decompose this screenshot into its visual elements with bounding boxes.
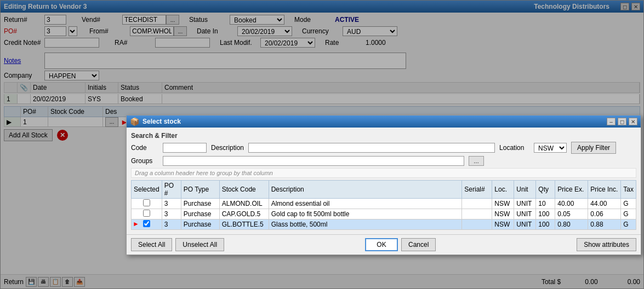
table-row: 3 Purchase CAP.GOLD.5 Gold cap to fit 50… [132,209,636,219]
table-header: Selected PO # PO Type Stock Code Descrip… [132,181,636,199]
modal-body: Search & Filter Code Description Locatio… [127,128,641,234]
modal-title: 📦 Select stock [130,117,181,126]
row3-po: 3 [162,219,181,230]
modal-restore-btn[interactable]: ◻ [618,118,626,125]
apply-filter-btn[interactable]: Apply Filter [571,142,616,154]
unselect-all-btn[interactable]: Unselect All [175,238,224,251]
row2-serial [462,209,492,219]
th-qty: Qty [536,181,555,199]
row3-priceinc: 0.88 [588,219,621,230]
row1-unit: UNIT [514,199,536,209]
row1-loc: NSW [492,199,514,209]
filter-section: Search & Filter Code Description Locatio… [131,132,636,166]
groups-label: Groups [131,157,158,165]
row2-po: 3 [162,209,181,219]
row2-priceex: 0.05 [555,209,588,219]
th-unit: Unit [514,181,536,199]
footer-right: Show attributes [577,238,636,251]
table-body: 3 Purchase ALMOND.OIL Almond essential o… [132,199,636,230]
modal-title-bar: 📦 Select stock – ◻ ✕ [127,115,641,128]
desc-label: Description [211,144,244,152]
row3-arrow-icon: ► [133,220,139,228]
row1-po: 3 [162,199,181,209]
row2-checkbox-cell [132,209,162,219]
th-selected: Selected [132,181,162,199]
location-select[interactable]: NSW VIC QLD [534,143,567,153]
table-row: 3 Purchase ALMOND.OIL Almond essential o… [132,199,636,209]
row2-tax: G [621,209,636,219]
row3-serial [462,219,492,230]
location-label: Location [499,144,529,152]
row1-tax: G [621,199,636,209]
modal-footer: Select All Unselect All OK Cancel Show a… [127,234,641,255]
row1-priceinc: 44.00 [588,199,621,209]
desc-filter-input[interactable] [248,143,495,153]
row3-tax: G [621,219,636,230]
modal-title-text: Select stock [143,118,181,125]
th-stockcode: Stock Code [219,181,269,199]
th-loc: Loc. [492,181,514,199]
row3-priceex: 0.80 [555,219,588,230]
row1-description: Almond essential oil [269,199,462,209]
row2-description: Gold cap to fit 500ml bottle [269,209,462,219]
row2-priceinc: 0.06 [588,209,621,219]
th-description: Description [269,181,462,199]
groups-dots-btn[interactable]: … [469,156,484,166]
row3-qty: 100 [536,219,555,230]
row3-checkbox-cell: ► [132,219,162,230]
code-label: Code [131,144,158,152]
groups-filter-input[interactable] [163,156,464,166]
row3-loc: NSW [492,219,514,230]
code-filter-input[interactable] [163,143,207,153]
th-tax: Tax [621,181,636,199]
row2-checkbox[interactable] [143,210,150,217]
modal-icon: 📦 [130,117,139,126]
stock-select-table: Selected PO # PO Type Stock Code Descrip… [131,180,636,230]
row1-stockcode: ALMOND.OIL [219,199,269,209]
ok-btn[interactable]: OK [365,238,398,251]
th-priceinc: Price Inc. [588,181,621,199]
row3-stockcode: GL.BOTTLE.5 [219,219,269,230]
row2-qty: 100 [536,209,555,219]
row2-unit: UNIT [514,209,536,219]
row3-potype: Purchase [181,219,219,230]
row3-unit: UNIT [514,219,536,230]
select-stock-modal: 📦 Select stock – ◻ ✕ Search & Filter Cod… [126,115,641,255]
row1-priceex: 40.00 [555,199,588,209]
modal-controls: – ◻ ✕ [607,118,637,125]
th-serial: Serial# [462,181,492,199]
row2-potype: Purchase [181,209,219,219]
select-all-btn[interactable]: Select All [131,238,172,251]
footer-left: Select All Unselect All [131,238,224,251]
drag-hint: Drag a column header here to group by th… [131,168,636,178]
row1-qty: 10 [536,199,555,209]
th-po: PO # [162,181,181,199]
row1-serial [462,199,492,209]
footer-center: OK Cancel [365,238,436,251]
row1-checkbox-cell [132,199,162,209]
th-potype: PO Type [181,181,219,199]
row2-stockcode: CAP.GOLD.5 [219,209,269,219]
filter-row-1: Code Description Location NSW VIC QLD Ap… [131,142,636,154]
show-attributes-btn[interactable]: Show attributes [577,238,636,251]
cancel-btn[interactable]: Cancel [401,238,436,251]
modal-close-btn[interactable]: ✕ [629,118,637,125]
modal-minimize-btn[interactable]: – [607,118,615,125]
row3-checkbox[interactable] [143,220,150,227]
filter-row-2: Groups … [131,156,636,166]
row3-description: Glass bottle, 500ml [269,219,462,230]
filter-title: Search & Filter [131,132,636,140]
row1-potype: Purchase [181,199,219,209]
row2-loc: NSW [492,209,514,219]
row1-checkbox[interactable] [143,199,150,206]
th-priceex: Price Ex. [555,181,588,199]
table-row-selected: ► 3 Purchase GL.BOTTLE.5 Glass bottle, 5… [132,219,636,230]
